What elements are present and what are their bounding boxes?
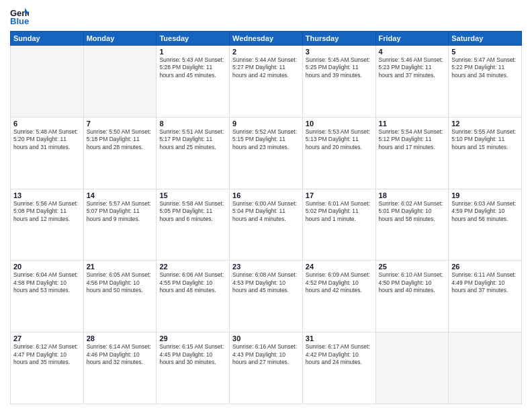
calendar-cell [375, 332, 449, 404]
day-info: Sunrise: 6:09 AM Sunset: 4:52 PM Dayligh… [306, 271, 373, 294]
day-info: Sunrise: 6:14 AM Sunset: 4:46 PM Dayligh… [87, 343, 154, 366]
weekday-header-tuesday: Tuesday [157, 32, 230, 46]
calendar-cell: 26Sunrise: 6:11 AM Sunset: 4:49 PM Dayli… [449, 261, 522, 332]
day-info: Sunrise: 5:58 AM Sunset: 5:05 PM Dayligh… [159, 200, 226, 223]
day-info: Sunrise: 6:10 AM Sunset: 4:50 PM Dayligh… [379, 271, 446, 294]
week-row-3: 13Sunrise: 5:56 AM Sunset: 5:08 PM Dayli… [11, 189, 522, 261]
weekday-header-sunday: Sunday [11, 32, 84, 46]
calendar-cell: 19Sunrise: 6:03 AM Sunset: 4:59 PM Dayli… [449, 189, 522, 261]
weekday-header-row: SundayMondayTuesdayWednesdayThursdayFrid… [11, 32, 522, 46]
day-number: 10 [306, 120, 373, 128]
calendar-cell: 17Sunrise: 6:01 AM Sunset: 5:02 PM Dayli… [302, 189, 375, 261]
day-number: 28 [87, 334, 154, 342]
week-row-5: 27Sunrise: 6:12 AM Sunset: 4:47 PM Dayli… [11, 332, 522, 404]
day-number: 5 [451, 48, 519, 56]
day-number: 25 [379, 263, 446, 271]
page: General Blue SundayMondayTuesdayWednesda… [0, 0, 532, 411]
week-row-1: 1Sunrise: 5:43 AM Sunset: 5:28 PM Daylig… [11, 46, 522, 118]
calendar-cell: 2Sunrise: 5:44 AM Sunset: 5:27 PM Daylig… [230, 46, 303, 118]
day-number: 14 [87, 191, 154, 199]
day-info: Sunrise: 5:47 AM Sunset: 5:22 PM Dayligh… [451, 56, 519, 79]
day-number: 7 [87, 120, 154, 128]
day-number: 19 [451, 191, 519, 199]
day-info: Sunrise: 5:53 AM Sunset: 5:13 PM Dayligh… [306, 128, 373, 151]
day-number: 29 [159, 334, 226, 342]
day-number: 6 [13, 120, 81, 128]
calendar-cell: 25Sunrise: 6:10 AM Sunset: 4:50 PM Dayli… [375, 261, 449, 332]
day-number: 2 [232, 48, 300, 56]
logo: General Blue [10, 7, 32, 26]
weekday-header-friday: Friday [375, 32, 449, 46]
calendar-cell: 31Sunrise: 6:17 AM Sunset: 4:42 PM Dayli… [302, 332, 375, 404]
day-number: 8 [159, 120, 226, 128]
weekday-header-monday: Monday [83, 32, 157, 46]
calendar-cell: 6Sunrise: 5:48 AM Sunset: 5:20 PM Daylig… [11, 117, 84, 189]
calendar-cell: 23Sunrise: 6:08 AM Sunset: 4:53 PM Dayli… [230, 261, 303, 332]
calendar-cell: 4Sunrise: 5:46 AM Sunset: 5:23 PM Daylig… [375, 46, 449, 118]
day-number: 27 [13, 334, 81, 342]
weekday-header-saturday: Saturday [449, 32, 522, 46]
day-number: 9 [232, 120, 300, 128]
day-number: 21 [87, 263, 154, 271]
day-info: Sunrise: 5:51 AM Sunset: 5:17 PM Dayligh… [159, 128, 226, 151]
day-number: 15 [159, 191, 226, 199]
day-number: 12 [451, 120, 519, 128]
calendar-cell [11, 46, 84, 118]
day-number: 17 [306, 191, 373, 199]
header: General Blue [10, 7, 522, 26]
calendar-cell: 29Sunrise: 6:15 AM Sunset: 4:45 PM Dayli… [157, 332, 230, 404]
calendar-cell: 30Sunrise: 6:16 AM Sunset: 4:43 PM Dayli… [230, 332, 303, 404]
day-info: Sunrise: 5:44 AM Sunset: 5:27 PM Dayligh… [232, 56, 300, 79]
day-info: Sunrise: 6:04 AM Sunset: 4:58 PM Dayligh… [13, 271, 81, 294]
day-info: Sunrise: 6:01 AM Sunset: 5:02 PM Dayligh… [306, 200, 373, 223]
day-number: 13 [13, 191, 81, 199]
day-info: Sunrise: 6:05 AM Sunset: 4:56 PM Dayligh… [87, 271, 154, 294]
calendar-table: SundayMondayTuesdayWednesdayThursdayFrid… [10, 31, 522, 404]
day-info: Sunrise: 5:56 AM Sunset: 5:08 PM Dayligh… [13, 200, 81, 223]
calendar-cell: 5Sunrise: 5:47 AM Sunset: 5:22 PM Daylig… [449, 46, 522, 118]
day-info: Sunrise: 5:45 AM Sunset: 5:25 PM Dayligh… [306, 56, 373, 79]
calendar-cell: 12Sunrise: 5:55 AM Sunset: 5:10 PM Dayli… [449, 117, 522, 189]
day-info: Sunrise: 5:48 AM Sunset: 5:20 PM Dayligh… [13, 128, 81, 151]
day-number: 22 [159, 263, 226, 271]
day-info: Sunrise: 6:11 AM Sunset: 4:49 PM Dayligh… [451, 271, 519, 294]
calendar-cell: 13Sunrise: 5:56 AM Sunset: 5:08 PM Dayli… [11, 189, 84, 261]
day-info: Sunrise: 5:52 AM Sunset: 5:15 PM Dayligh… [232, 128, 300, 151]
day-number: 18 [379, 191, 446, 199]
logo-icon: General Blue [10, 7, 29, 26]
day-number: 3 [306, 48, 373, 56]
day-number: 23 [232, 263, 300, 271]
day-number: 20 [13, 263, 81, 271]
svg-text:Blue: Blue [10, 16, 29, 26]
calendar-cell: 24Sunrise: 6:09 AM Sunset: 4:52 PM Dayli… [302, 261, 375, 332]
day-number: 1 [159, 48, 226, 56]
day-number: 11 [379, 120, 446, 128]
calendar-cell: 8Sunrise: 5:51 AM Sunset: 5:17 PM Daylig… [157, 117, 230, 189]
calendar-cell: 21Sunrise: 6:05 AM Sunset: 4:56 PM Dayli… [83, 261, 157, 332]
day-info: Sunrise: 6:00 AM Sunset: 5:04 PM Dayligh… [232, 200, 300, 223]
day-info: Sunrise: 6:06 AM Sunset: 4:55 PM Dayligh… [159, 271, 226, 294]
day-number: 4 [379, 48, 446, 56]
weekday-header-thursday: Thursday [302, 32, 375, 46]
day-number: 31 [306, 334, 373, 342]
calendar-cell: 20Sunrise: 6:04 AM Sunset: 4:58 PM Dayli… [11, 261, 84, 332]
week-row-4: 20Sunrise: 6:04 AM Sunset: 4:58 PM Dayli… [11, 261, 522, 332]
weekday-header-wednesday: Wednesday [230, 32, 303, 46]
calendar-cell: 3Sunrise: 5:45 AM Sunset: 5:25 PM Daylig… [302, 46, 375, 118]
calendar-cell: 16Sunrise: 6:00 AM Sunset: 5:04 PM Dayli… [230, 189, 303, 261]
calendar-cell: 18Sunrise: 6:02 AM Sunset: 5:01 PM Dayli… [375, 189, 449, 261]
calendar-cell: 22Sunrise: 6:06 AM Sunset: 4:55 PM Dayli… [157, 261, 230, 332]
calendar-cell: 27Sunrise: 6:12 AM Sunset: 4:47 PM Dayli… [11, 332, 84, 404]
calendar-cell: 9Sunrise: 5:52 AM Sunset: 5:15 PM Daylig… [230, 117, 303, 189]
day-number: 30 [232, 334, 300, 342]
day-number: 24 [306, 263, 373, 271]
day-info: Sunrise: 6:03 AM Sunset: 4:59 PM Dayligh… [451, 200, 519, 223]
day-info: Sunrise: 5:54 AM Sunset: 5:12 PM Dayligh… [379, 128, 446, 151]
calendar-cell: 1Sunrise: 5:43 AM Sunset: 5:28 PM Daylig… [157, 46, 230, 118]
calendar-cell: 10Sunrise: 5:53 AM Sunset: 5:13 PM Dayli… [302, 117, 375, 189]
day-info: Sunrise: 6:16 AM Sunset: 4:43 PM Dayligh… [232, 343, 300, 366]
calendar-cell: 28Sunrise: 6:14 AM Sunset: 4:46 PM Dayli… [83, 332, 157, 404]
week-row-2: 6Sunrise: 5:48 AM Sunset: 5:20 PM Daylig… [11, 117, 522, 189]
day-number: 16 [232, 191, 300, 199]
calendar-cell [449, 332, 522, 404]
